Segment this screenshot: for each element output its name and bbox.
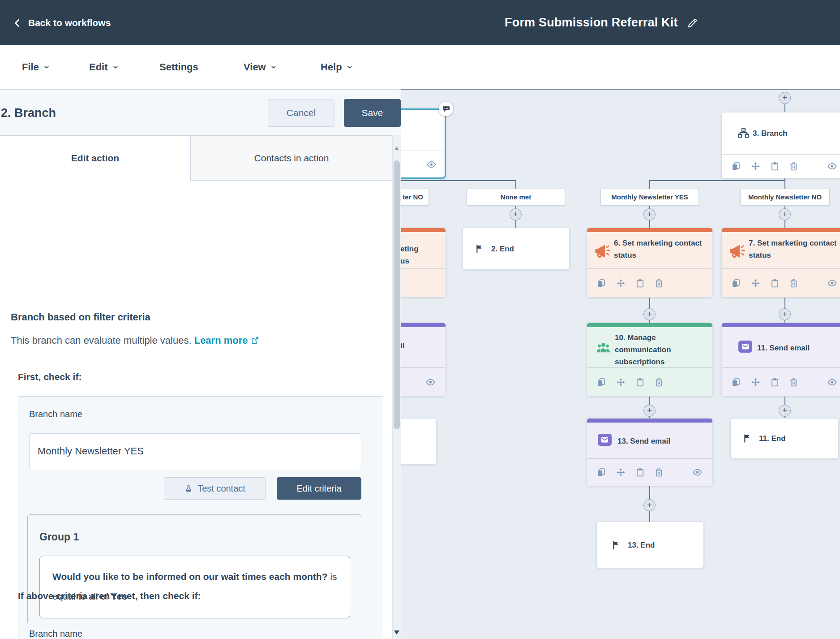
email-icon [598, 434, 612, 446]
node-end-2[interactable]: 2. End [463, 228, 570, 270]
connector-line [784, 180, 785, 189]
eye-icon[interactable] [427, 160, 436, 169]
tab-contacts-in-action[interactable]: Contacts in action [190, 136, 392, 181]
people-icon [596, 341, 611, 355]
add-action-button[interactable]: + [779, 208, 791, 220]
node-title: 7. Set marketing contact status [749, 237, 840, 261]
copy-icon[interactable] [596, 377, 606, 387]
add-action-button[interactable]: + [643, 405, 656, 417]
menu-view[interactable]: View [244, 45, 277, 89]
menu-file-label: File [22, 61, 39, 73]
menu-edit[interactable]: Edit [89, 45, 119, 89]
back-to-workflows-link[interactable]: Back to workflows [13, 0, 111, 45]
eye-icon[interactable] [827, 377, 837, 387]
node-title: 2. End [491, 243, 514, 255]
panel-scrollbar-thumb[interactable] [394, 160, 400, 429]
clipboard-icon[interactable] [635, 278, 645, 288]
node-end-11[interactable]: 11. End [730, 418, 839, 459]
move-icon[interactable] [616, 377, 626, 387]
move-icon[interactable] [751, 377, 760, 387]
trash-icon[interactable] [654, 278, 664, 288]
add-action-button[interactable]: + [779, 308, 791, 320]
comment-icon [442, 105, 450, 113]
branch-icon [737, 127, 750, 140]
menu-bar: File Edit Settings View Help [0, 45, 840, 89]
save-button[interactable]: Save [344, 99, 401, 127]
move-icon[interactable] [751, 162, 760, 171]
clipboard-icon[interactable] [770, 278, 780, 288]
menu-settings-label: Settings [159, 61, 198, 73]
eye-icon[interactable] [827, 278, 837, 288]
comment-badge[interactable] [439, 102, 453, 116]
move-icon[interactable] [616, 468, 626, 477]
node-send-email-11[interactable]: 11. Send email [721, 323, 840, 397]
node-title: 6. Set marketing contact status [614, 237, 706, 261]
node-set-marketing-7[interactable]: 7. Set marketing contact status [721, 228, 840, 298]
clipboard-icon[interactable] [770, 377, 780, 387]
trash-icon[interactable] [789, 278, 798, 288]
node-end-13[interactable]: 13. End [596, 522, 704, 568]
learn-more-link[interactable]: Learn more [194, 335, 248, 346]
edit-criteria-button[interactable]: Edit criteria [277, 477, 361, 500]
clipboard-icon[interactable] [770, 162, 780, 171]
copy-icon[interactable] [731, 377, 741, 387]
copy-icon[interactable] [731, 278, 741, 288]
node-title: 11. Send email [757, 342, 810, 354]
node-title-fragment: eting [400, 243, 419, 255]
connector-line [515, 220, 516, 228]
panel-header: 2. Branch Cancel Save [0, 90, 401, 136]
connector-line [784, 397, 785, 406]
section-subtitle: This branch can evaluate multiple values… [11, 335, 259, 346]
branch-name-input[interactable] [29, 433, 361, 469]
scrollbar-down-arrow[interactable] [394, 630, 399, 635]
add-action-button[interactable]: + [779, 405, 791, 417]
connector-line [649, 397, 650, 406]
chevron-down-icon [346, 64, 353, 71]
chevron-down-icon [270, 64, 277, 71]
node-branch-3[interactable]: 3. Branch [721, 112, 840, 178]
trash-icon[interactable] [789, 377, 798, 387]
node-title-fragment: us [400, 255, 409, 267]
node-set-marketing-6[interactable]: 6. Set marketing contact status [587, 228, 713, 298]
cancel-button[interactable]: Cancel [268, 99, 334, 127]
node-manage-subscriptions-10[interactable]: 10. Manage communication subscriptions [587, 323, 713, 397]
copy-icon[interactable] [731, 162, 741, 171]
menu-help[interactable]: Help [321, 45, 353, 89]
email-icon [738, 341, 752, 353]
move-icon[interactable] [751, 278, 760, 288]
eye-icon[interactable] [693, 468, 702, 477]
eye-icon[interactable] [827, 162, 837, 171]
add-action-button[interactable]: + [643, 308, 656, 320]
copy-icon[interactable] [596, 468, 606, 477]
move-icon[interactable] [616, 278, 626, 288]
tab-edit-action[interactable]: Edit action [0, 136, 190, 181]
copy-icon[interactable] [596, 278, 606, 288]
trash-icon[interactable] [789, 162, 798, 171]
menu-settings[interactable]: Settings [159, 45, 198, 89]
trash-icon[interactable] [654, 468, 664, 477]
node-title: 13. End [628, 539, 655, 551]
clipboard-icon[interactable] [635, 468, 645, 477]
add-action-button[interactable]: + [510, 208, 522, 220]
trash-icon[interactable] [654, 377, 664, 387]
test-contact-button[interactable]: Test contact [164, 477, 266, 500]
branch-label-none-met: None met [467, 189, 565, 206]
eye-icon[interactable] [426, 377, 435, 387]
canvas-top-divider [392, 89, 840, 90]
add-action-button[interactable]: + [643, 208, 656, 220]
add-action-button[interactable]: + [779, 92, 791, 104]
add-action-button[interactable]: + [643, 499, 656, 511]
first-check-heading: First, check if: [18, 371, 81, 382]
workflow-editor: + + + + + + + + + ter NO None met Monthl… [0, 0, 840, 639]
criteria-group-1: Group 1 Would you like to be informed on… [27, 514, 361, 625]
connector-line [649, 298, 650, 309]
group-title: Group 1 [39, 531, 79, 543]
clipboard-icon[interactable] [635, 377, 645, 387]
scrollbar-up-arrow[interactable] [394, 147, 399, 150]
node-title: 13. Send email [617, 435, 670, 447]
branch-label-newsletter-no: Monthly Newsletter NO [740, 189, 830, 206]
menu-file[interactable]: File [22, 45, 50, 89]
pencil-icon[interactable] [687, 17, 699, 29]
criteria-card[interactable]: Would you like to be informed on our wai… [39, 556, 350, 618]
node-send-email-13[interactable]: 13. Send email [587, 418, 713, 486]
